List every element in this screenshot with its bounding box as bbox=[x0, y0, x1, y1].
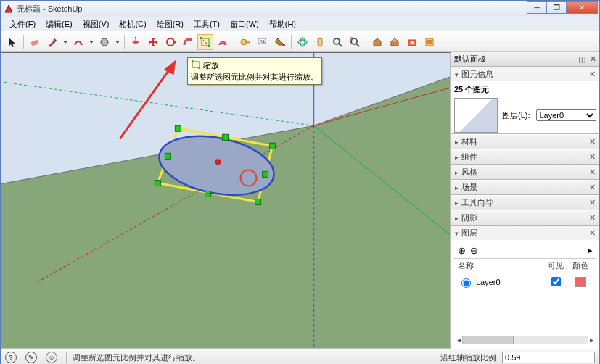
collapse-icon: ▾ bbox=[455, 230, 459, 237]
svg-point-35 bbox=[215, 159, 221, 165]
svg-rect-39 bbox=[155, 180, 160, 186]
share-model-tool[interactable] bbox=[387, 34, 403, 50]
entity-thumbnail bbox=[454, 98, 498, 133]
svg-rect-47 bbox=[193, 62, 200, 68]
materials-header[interactable]: ▸材料✕ bbox=[451, 135, 599, 149]
svg-rect-5 bbox=[189, 38, 192, 41]
person-icon[interactable]: ☺ bbox=[46, 352, 57, 363]
menu-help[interactable]: 帮助(H) bbox=[265, 17, 300, 31]
status-bar: ? ✎ ☺ 调整所选图元比例并对其进行缩放。 沿红轴缩放比例 bbox=[1, 349, 599, 364]
layers-hscroll[interactable]: ◂ ▸ bbox=[454, 334, 596, 346]
select-tool[interactable] bbox=[4, 34, 20, 50]
layer-active-radio[interactable] bbox=[461, 278, 471, 288]
menu-window[interactable]: 窗口(W) bbox=[226, 17, 263, 31]
viewport-3d[interactable]: 缩放 调整所选图元比例并对其进行缩放。 bbox=[1, 52, 451, 349]
layers-header[interactable]: ▾图层✕ bbox=[451, 226, 599, 240]
components-header[interactable]: ▸组件✕ bbox=[451, 150, 599, 164]
line-tool[interactable] bbox=[44, 34, 60, 50]
scenes-header[interactable]: ▸场景✕ bbox=[451, 181, 599, 194]
geo-icon[interactable]: ✎ bbox=[25, 352, 37, 363]
layers-col-color: 颜色 bbox=[568, 260, 593, 271]
add-layer-button[interactable]: ⊕ bbox=[458, 245, 466, 256]
arc-tool-dropdown[interactable] bbox=[88, 34, 95, 50]
instructor-header[interactable]: ▸工具向导✕ bbox=[451, 196, 599, 210]
panel-close-icon[interactable]: ✕ bbox=[589, 198, 596, 207]
menu-file[interactable]: 文件(F) bbox=[5, 17, 40, 31]
expand-icon: ▸ bbox=[455, 184, 459, 191]
zoom-extents-tool[interactable] bbox=[347, 34, 363, 50]
tray-title-bar[interactable]: 默认面板 ◫ ✕ bbox=[451, 52, 599, 67]
menu-camera[interactable]: 相机(C) bbox=[115, 17, 150, 31]
panel-close-icon[interactable]: ✕ bbox=[589, 228, 596, 238]
maximize-button[interactable]: ❐ bbox=[546, 1, 567, 14]
layout-tool[interactable] bbox=[422, 34, 437, 50]
rotate-tool[interactable] bbox=[163, 34, 178, 50]
measure-input[interactable] bbox=[502, 352, 595, 363]
entity-count: 25 个图元 bbox=[454, 84, 596, 95]
shadows-header[interactable]: ▸阴影✕ bbox=[451, 211, 599, 225]
svg-line-30 bbox=[314, 125, 450, 234]
offset-tool[interactable] bbox=[215, 34, 231, 50]
svg-rect-49 bbox=[199, 67, 201, 70]
toolbar-sep bbox=[23, 35, 24, 49]
pushpull-tool[interactable] bbox=[128, 34, 144, 50]
styles-header[interactable]: ▸风格✕ bbox=[451, 165, 599, 179]
get-models-tool[interactable] bbox=[369, 34, 385, 50]
menu-view[interactable]: 视图(V) bbox=[78, 17, 114, 31]
arc-tool[interactable] bbox=[70, 34, 86, 50]
layers-col-name: 名称 bbox=[458, 260, 543, 271]
scroll-thumb[interactable] bbox=[463, 336, 514, 344]
shapes-dropdown[interactable] bbox=[114, 34, 121, 50]
entity-info-header[interactable]: ▾ 图元信息 ✕ bbox=[451, 67, 599, 81]
scroll-track[interactable] bbox=[462, 336, 588, 344]
panel-close-icon[interactable]: ✕ bbox=[589, 213, 596, 223]
tape-tool[interactable] bbox=[237, 34, 253, 50]
svg-point-3 bbox=[101, 38, 108, 46]
followme-tool[interactable] bbox=[180, 34, 196, 50]
svg-rect-23 bbox=[427, 40, 432, 44]
orbit-tool[interactable] bbox=[295, 34, 311, 50]
layer-visible-checkbox[interactable] bbox=[551, 277, 561, 286]
close-button[interactable]: ✕ bbox=[566, 1, 598, 14]
instructor-title: 工具向导 bbox=[461, 197, 493, 208]
scale-tool[interactable] bbox=[197, 34, 213, 50]
text-tool[interactable]: A1 bbox=[255, 34, 271, 50]
pan-tool[interactable] bbox=[312, 34, 328, 50]
zoom-tool[interactable] bbox=[329, 34, 345, 50]
layers-title: 图层 bbox=[461, 228, 477, 239]
menu-edit[interactable]: 编辑(E) bbox=[41, 17, 77, 31]
tray-pin-icon[interactable]: ◫ bbox=[578, 54, 585, 64]
paint-tool[interactable] bbox=[272, 34, 288, 50]
remove-layer-button[interactable]: ⊖ bbox=[470, 245, 478, 256]
line-tool-dropdown[interactable] bbox=[62, 34, 69, 50]
tray-close-icon[interactable]: ✕ bbox=[590, 54, 596, 64]
shadows-panel: ▸阴影✕ bbox=[451, 210, 599, 226]
expand-icon: ▸ bbox=[455, 138, 459, 146]
menu-tools[interactable]: 工具(T) bbox=[189, 17, 224, 31]
svg-line-19 bbox=[356, 44, 359, 46]
scroll-left-icon[interactable]: ◂ bbox=[457, 336, 461, 344]
scroll-right-icon[interactable]: ▸ bbox=[590, 336, 593, 344]
styles-panel: ▸风格✕ bbox=[451, 165, 599, 180]
extension-warehouse-tool[interactable] bbox=[404, 34, 420, 50]
panel-close-icon[interactable]: ✕ bbox=[589, 167, 596, 177]
panel-close-icon[interactable]: ✕ bbox=[589, 137, 596, 146]
scenes-title: 场景 bbox=[461, 182, 477, 193]
main-area: 缩放 调整所选图元比例并对其进行缩放。 默认面板 ◫ ✕ ▾ 图元信息 ✕ bbox=[1, 52, 599, 349]
layer-color-swatch[interactable] bbox=[575, 277, 586, 287]
layers-col-visible: 可见 bbox=[543, 260, 568, 271]
eraser-tool[interactable] bbox=[27, 34, 43, 50]
layer-row[interactable]: Layer0 bbox=[454, 273, 596, 290]
panel-close-icon[interactable]: ✕ bbox=[589, 183, 596, 192]
rectangle-tool[interactable] bbox=[96, 34, 112, 50]
collapse-icon: ▾ bbox=[455, 71, 459, 78]
layer-select[interactable]: Layer0 bbox=[536, 109, 597, 121]
panel-close-icon[interactable]: ✕ bbox=[589, 152, 596, 162]
minimize-button[interactable]: ─ bbox=[527, 1, 547, 14]
svg-rect-10 bbox=[246, 41, 250, 43]
help-icon[interactable]: ? bbox=[5, 352, 17, 363]
menu-draw[interactable]: 绘图(R) bbox=[152, 17, 188, 31]
layers-menu-button[interactable]: ▸ bbox=[588, 246, 593, 255]
move-tool[interactable] bbox=[145, 34, 161, 50]
panel-close-icon[interactable]: ✕ bbox=[589, 70, 596, 79]
